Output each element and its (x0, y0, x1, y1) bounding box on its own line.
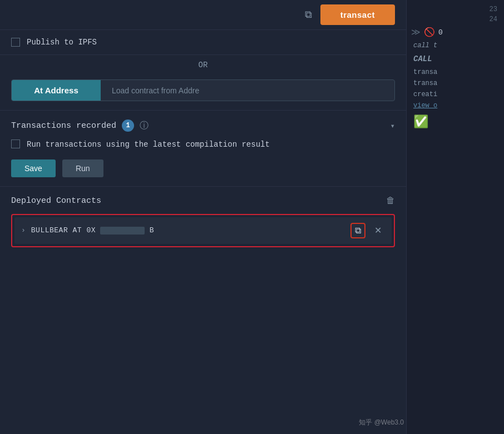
at-address-tab[interactable]: At Address (12, 80, 101, 101)
count-zero: 0 (438, 28, 443, 37)
right-divider-row: ≫ 🚫 0 (407, 24, 504, 40)
run-tx-checkbox[interactable] (11, 139, 20, 148)
right-panel: 23 24 ≫ 🚫 0 call t CALL transa transa cr… (406, 0, 504, 434)
chevron-down-icon[interactable]: ▾ (391, 121, 395, 131)
line-24: 24 (407, 14, 504, 24)
transactions-badge: 1 (122, 119, 134, 132)
contract-address: BULLBEAR AT 0X B (31, 226, 345, 235)
deployed-header: Deployed Contracts 🗑 (11, 196, 395, 206)
call-t-text: call t (407, 40, 504, 51)
transactions-header: Transactions recorded 1 ⓘ ▾ (11, 119, 395, 132)
watermark: 知乎 @Web3.0 (359, 418, 404, 427)
view-on-link[interactable]: view o (407, 100, 504, 111)
call-label: CALL (407, 51, 504, 67)
left-panel: ⧉ transact Publish to IPFS OR At Address… (0, 0, 406, 434)
copy-contract-button[interactable]: ⧉ (350, 223, 365, 238)
close-contract-button[interactable]: ✕ (371, 224, 385, 237)
trash-icon[interactable]: 🗑 (386, 196, 395, 206)
or-divider: OR (0, 55, 406, 75)
deployed-section: Deployed Contracts 🗑 › BULLBEAR AT 0X B … (0, 187, 406, 434)
success-checkmark: ✅ (407, 111, 504, 133)
copy-icon-button[interactable]: ⧉ (302, 4, 315, 25)
tab-group: At Address Load contract from Addre (11, 79, 395, 101)
contract-row-wrapper: › BULLBEAR AT 0X B ⧉ ✕ (11, 214, 395, 247)
no-entry-icon: 🚫 (424, 27, 435, 38)
publish-label: Publish to IPFS (27, 38, 97, 47)
copy-icon: ⧉ (305, 9, 312, 20)
publish-section: Publish to IPFS (0, 30, 406, 55)
run-button[interactable]: Run (62, 159, 103, 177)
transactions-section: Transactions recorded 1 ⓘ ▾ Run transact… (0, 111, 406, 187)
deployed-title: Deployed Contracts (11, 196, 101, 206)
transa2-text: transa (407, 78, 504, 89)
run-checkbox-row: Run transactions using the latest compil… (11, 139, 395, 151)
at-address-section: At Address Load contract from Addre (0, 75, 406, 111)
creati-text: creati (407, 89, 504, 100)
transa1-text: transa (407, 67, 504, 78)
line-23: 23 (407, 4, 504, 14)
load-contract-tab[interactable]: Load contract from Addre (101, 80, 394, 101)
blurred-address (100, 227, 145, 235)
actions-row: Save Run (11, 159, 395, 177)
chevron-right-icon[interactable]: › (21, 226, 26, 235)
transact-button[interactable]: transact (320, 4, 395, 25)
transact-section: ⧉ transact (0, 0, 406, 30)
save-button[interactable]: Save (11, 159, 56, 177)
double-chevron-icon: ≫ (411, 27, 421, 38)
info-icon[interactable]: ⓘ (140, 120, 149, 132)
transactions-title: Transactions recorded (11, 121, 116, 131)
publish-checkbox[interactable] (11, 38, 20, 47)
contract-row: › BULLBEAR AT 0X B ⧉ ✕ (14, 217, 392, 244)
run-tx-label: Run transactions using the latest compil… (27, 139, 270, 151)
copy-icon-contract: ⧉ (355, 226, 361, 236)
